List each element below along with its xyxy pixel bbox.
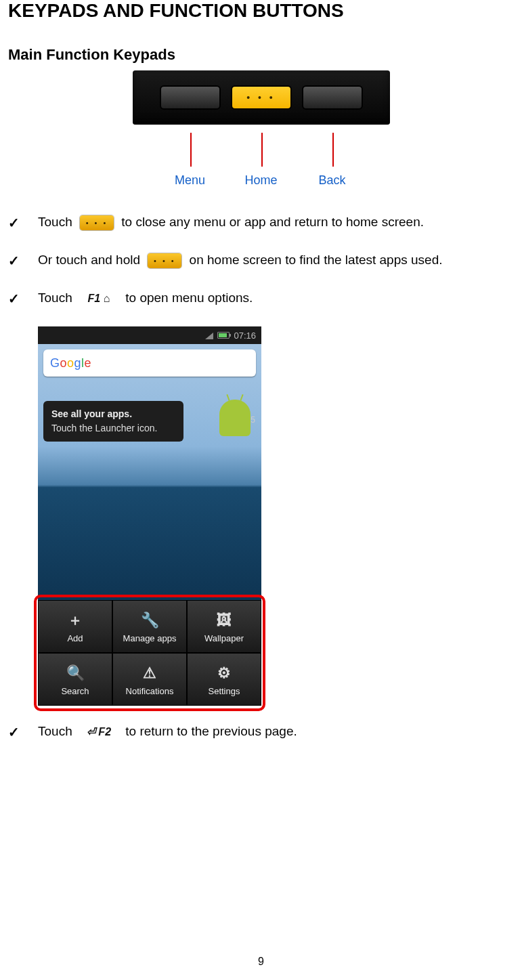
menu-notifications[interactable]: ⚠ Notifications [112, 653, 187, 706]
keypad-home-button [231, 85, 292, 110]
menu-add[interactable]: ＋ Add [38, 600, 112, 653]
wallpaper [38, 344, 261, 600]
f1-button-icon: F1 ⌂ [80, 291, 118, 306]
label-home: Home [244, 173, 277, 188]
android-robot-icon [219, 400, 251, 436]
battery-icon [217, 332, 230, 339]
check-icon: ✓ [8, 251, 38, 271]
bullet-item: ✓ Or touch and hold on home screen to fi… [8, 251, 514, 271]
keypad-figure [8, 70, 514, 127]
status-bar: 07:16 [38, 326, 261, 344]
keypad-f1-button [160, 85, 221, 110]
page-number: 9 [0, 956, 522, 968]
home-button-icon [148, 253, 181, 268]
plus-icon: ＋ [65, 610, 85, 631]
label-menu: Menu [175, 173, 205, 188]
google-search-bar[interactable]: Google [43, 349, 256, 377]
options-menu: ＋ Add 🔧 Manage apps 🖼 Wallpaper 🔍 Search… [38, 600, 261, 706]
home-button-icon [80, 215, 114, 230]
tip-body: Touch the Launcher icon. [51, 423, 157, 433]
search-icon: 🔍 [65, 663, 85, 683]
menu-settings[interactable]: ⚙ Settings [187, 653, 261, 706]
keypad-image [133, 70, 390, 125]
tip-title: See all your apps. [51, 408, 175, 421]
bullet-item: ✓ Touch F1 ⌂ to open menu options. [8, 289, 514, 309]
callout-lines [133, 133, 390, 173]
tip-bubble: See all your apps. Touch the Launcher ic… [43, 401, 183, 442]
f2-button-icon: ⏎ F2 [80, 725, 118, 740]
check-icon: ✓ [8, 289, 38, 309]
menu-manage-apps[interactable]: 🔧 Manage apps [112, 600, 187, 653]
keypad-f2-button [302, 85, 363, 110]
google-logo: Google [50, 356, 91, 370]
menu-search[interactable]: 🔍 Search [38, 653, 112, 706]
bullet-item: ✓ Touch ⏎ F2 to return to the previous p… [8, 722, 514, 742]
picture-icon: 🖼 [214, 610, 234, 631]
check-icon: ✓ [8, 213, 38, 233]
wrench-icon: 🔧 [139, 610, 160, 631]
status-time: 07:16 [234, 331, 256, 341]
keypad-labels: Menu Home Back [133, 173, 390, 190]
signal-icon [204, 331, 213, 339]
label-back: Back [318, 173, 345, 188]
section-subtitle: Main Function Keypads [8, 46, 514, 64]
device-screenshot: 07:16 Google See all your apps. Touch th… [38, 326, 261, 706]
menu-wallpaper[interactable]: 🖼 Wallpaper [187, 600, 261, 653]
check-icon: ✓ [8, 722, 38, 742]
bullet-item: ✓ Touch to close any menu or app and ret… [8, 213, 514, 233]
alert-icon: ⚠ [139, 663, 160, 683]
page-title: KEYPADS AND FUNCTION BUTTONS [8, 0, 514, 22]
gear-icon: ⚙ [214, 663, 234, 683]
